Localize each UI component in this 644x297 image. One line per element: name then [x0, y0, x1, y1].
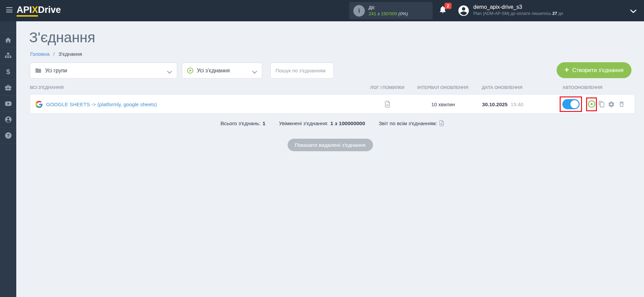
- autoupdate-toggle[interactable]: [562, 99, 580, 109]
- main-content: З'єднання Головна / З'єднання Усі групи …: [16, 21, 644, 297]
- avatar-icon: [457, 4, 470, 17]
- page-title: З'єднання: [29, 29, 95, 46]
- date: 30.10.2025: [482, 101, 507, 107]
- sidebar-item-video[interactable]: [0, 96, 16, 112]
- enabled-connections: Увімкнені з'єднання: 1 з 100000000: [279, 120, 365, 127]
- help-icon: ?: [4, 132, 12, 139]
- notifications-bell[interactable]: 2: [438, 5, 453, 17]
- connection-name-link[interactable]: GOOGLE SHEETS -> (platformly, google she…: [46, 101, 157, 107]
- actions-total: 150'000: [381, 11, 397, 16]
- log-document-icon[interactable]: [385, 100, 390, 109]
- logo-api: API: [17, 5, 32, 15]
- actions-label: Дії:: [369, 5, 408, 11]
- google-icon: [36, 101, 43, 108]
- days-left: 27: [553, 11, 557, 16]
- create-connection-label: Створити з'єднання: [572, 67, 623, 73]
- table-header-row: ВСІ З'ЄДНАННЯ ЛОГ / ПОМИЛКИ ІНТЕРВАЛ ОНО…: [16, 85, 644, 90]
- col-update-date: ДАТА ОНОВЛЕННЯ: [482, 85, 522, 90]
- sidebar-item-billing[interactable]: $: [0, 64, 16, 80]
- folder-icon: [35, 68, 42, 73]
- col-log-errors: ЛОГ / ПОМИЛКИ: [370, 85, 404, 90]
- sidebar-item-services[interactable]: [0, 80, 16, 96]
- run-connection-button[interactable]: [588, 100, 596, 109]
- summary-row: Всього з'єднань: 1 Увімкнені з'єднання: …: [30, 120, 635, 127]
- youtube-icon: [4, 100, 12, 108]
- user-avatar[interactable]: [457, 4, 470, 17]
- user-plan: Plan |ADM-AP-SM| до оплати лишилось 27 д…: [473, 11, 563, 16]
- sidebar: $ ?: [0, 21, 16, 297]
- update-date-value: 30.10.2025 15:40: [482, 101, 523, 107]
- app-root: APIXDrive i Дії: 241 з 150'000 (0%) 2: [0, 0, 644, 297]
- logo-drive: Drive: [38, 5, 61, 15]
- sitemap-icon: [4, 52, 12, 60]
- col-autoupdate: АВТООНОВЛЕННЯ: [562, 85, 602, 90]
- trash-icon: [618, 101, 625, 108]
- table-row: GOOGLE SHEETS -> (platformly, google she…: [30, 94, 635, 114]
- sidebar-item-connections[interactable]: [0, 48, 16, 64]
- total-connections: Всього з'єднань: 1: [221, 120, 266, 127]
- col-update-interval: ІНТЕРВАЛ ОНОВЛЕННЯ: [417, 85, 468, 90]
- copy-connection-button[interactable]: [598, 101, 605, 109]
- toggle-annotation-box: [560, 96, 582, 112]
- svg-text:?: ?: [7, 133, 9, 138]
- user-menu-chevron-icon[interactable]: [630, 9, 637, 15]
- time: 15:40: [511, 101, 523, 107]
- info-icon: i: [353, 5, 365, 17]
- play-circle-icon: [187, 67, 193, 74]
- breadcrumb-home-link[interactable]: Головна: [30, 51, 49, 57]
- connection-filter-select[interactable]: Усі з'єднання: [182, 63, 262, 78]
- report-all-connections: Звіт по всім з'єднанням:: [379, 120, 444, 127]
- person-icon: [4, 116, 12, 123]
- gear-icon: [608, 101, 615, 108]
- group-filter-value: Усі групи: [45, 68, 67, 74]
- breadcrumb-separator: /: [53, 51, 55, 57]
- col-all-connections: ВСІ З'ЄДНАННЯ: [30, 85, 64, 90]
- actions-counter[interactable]: i Дії: 241 з 150'000 (0%): [349, 2, 433, 19]
- chevron-down-icon: [167, 69, 172, 75]
- briefcase-icon: [4, 84, 12, 91]
- sidebar-item-home[interactable]: [0, 32, 16, 48]
- delete-connection-button[interactable]: [618, 101, 625, 109]
- dollar-icon: $: [6, 68, 10, 76]
- chevron-down-icon: [252, 69, 257, 75]
- logo-x: X: [32, 5, 38, 15]
- play-annotation-box: [586, 97, 597, 111]
- breadcrumb-current: З'єднання: [59, 51, 82, 57]
- sidebar-item-help[interactable]: ?: [0, 128, 16, 143]
- connection-filter-value: Усі з'єднання: [197, 68, 230, 74]
- enabled-connections-value: 1 з 100000000: [330, 120, 365, 127]
- search-input[interactable]: [270, 63, 334, 78]
- home-icon: [4, 37, 12, 44]
- top-bar: APIXDrive i Дії: 241 з 150'000 (0%) 2: [0, 0, 644, 21]
- toggle-knob: [570, 100, 579, 108]
- group-filter-select[interactable]: Усі групи: [30, 63, 177, 78]
- user-name: demo_apix-drive_s3: [473, 4, 563, 10]
- total-connections-value: 1: [263, 120, 266, 127]
- user-menu[interactable]: demo_apix-drive_s3 Plan |ADM-AP-SM| до о…: [473, 4, 563, 16]
- play-circle-icon: [588, 100, 596, 108]
- actions-percent: (0%): [398, 11, 408, 16]
- show-deleted-button[interactable]: Показати видалені з'єднання: [288, 139, 373, 151]
- apixdrive-logo[interactable]: APIXDrive: [17, 5, 61, 15]
- notification-badge: 2: [444, 3, 452, 9]
- plus-icon: +: [564, 66, 569, 74]
- breadcrumb: Головна / З'єднання: [30, 51, 82, 57]
- actions-usage: 241 з 150'000 (0%): [369, 11, 408, 17]
- update-interval-value: 10 хвилин: [431, 101, 455, 107]
- actions-separator: з: [377, 11, 379, 16]
- settings-button[interactable]: [608, 101, 615, 109]
- copy-icon: [598, 101, 605, 108]
- actions-used: 241: [369, 11, 376, 16]
- create-connection-button[interactable]: + Створити з'єднання: [557, 62, 631, 78]
- hamburger-menu-icon[interactable]: [6, 7, 13, 14]
- sidebar-item-profile[interactable]: [0, 112, 16, 128]
- report-document-icon[interactable]: [439, 120, 444, 127]
